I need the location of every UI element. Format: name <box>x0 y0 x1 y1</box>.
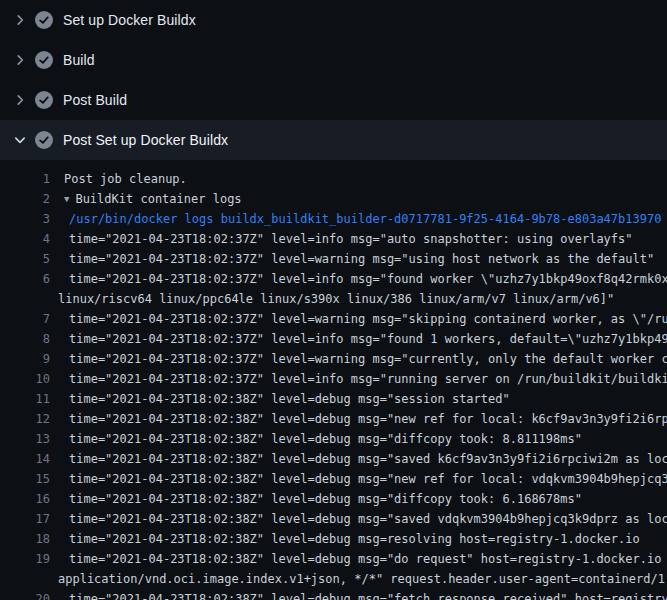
log-line-text: time="2021-04-23T18:02:38Z" level=debug … <box>50 509 667 529</box>
log-line: 12 time="2021-04-23T18:02:38Z" level=deb… <box>0 409 667 429</box>
log-line: 17 time="2021-04-23T18:02:38Z" level=deb… <box>0 509 667 529</box>
log-line-number[interactable]: 10 <box>0 369 50 389</box>
log-line-number[interactable]: 19 <box>0 549 50 569</box>
log-line-text: time="2021-04-23T18:02:37Z" level=warnin… <box>50 349 667 369</box>
step-row-build[interactable]: Build <box>0 40 667 80</box>
log-line-text: time="2021-04-23T18:02:38Z" level=debug … <box>50 469 667 489</box>
step-title: Post Build <box>63 92 127 108</box>
check-circle-icon <box>35 131 53 149</box>
log-line-text: time="2021-04-23T18:02:38Z" level=debug … <box>50 589 667 600</box>
step-title: Set up Docker Buildx <box>63 12 196 28</box>
log-line-number[interactable]: 17 <box>0 509 50 529</box>
log-line-number[interactable]: 7 <box>0 309 50 329</box>
log-line-number[interactable]: 15 <box>0 469 50 489</box>
log-line: 20 time="2021-04-23T18:02:38Z" level=deb… <box>0 589 667 600</box>
log-line: 13 time="2021-04-23T18:02:38Z" level=deb… <box>0 429 667 449</box>
log-line-number[interactable]: 8 <box>0 329 50 349</box>
log-line-text: /usr/bin/docker logs buildx_buildkit_bui… <box>50 209 661 229</box>
log-line-text: time="2021-04-23T18:02:38Z" level=debug … <box>50 489 582 509</box>
log-line-text: time="2021-04-23T18:02:37Z" level=info m… <box>50 329 667 349</box>
log-line-number[interactable]: 12 <box>0 409 50 429</box>
log-line-text: time="2021-04-23T18:02:37Z" level=info m… <box>50 369 667 389</box>
log-line-text: time="2021-04-23T18:02:37Z" level=info m… <box>50 229 633 249</box>
log-line-number[interactable]: 6 <box>0 269 50 289</box>
log-line-number[interactable]: 9 <box>0 349 50 369</box>
log-line-number[interactable]: 16 <box>0 489 50 509</box>
log-line: 16 time="2021-04-23T18:02:38Z" level=deb… <box>0 489 667 509</box>
log-line-number[interactable]: 14 <box>0 449 50 469</box>
chevron-right-icon <box>12 52 28 68</box>
log-line: 11 time="2021-04-23T18:02:38Z" level=deb… <box>0 389 667 409</box>
log-line-text: time="2021-04-23T18:02:37Z" level=warnin… <box>50 249 654 269</box>
log-line: 4 time="2021-04-23T18:02:37Z" level=info… <box>0 229 667 249</box>
log-line-number[interactable]: 4 <box>0 229 50 249</box>
chevron-right-icon <box>12 12 28 28</box>
log-line-text: time="2021-04-23T18:02:38Z" level=debug … <box>50 549 667 569</box>
step-list: Set up Docker Buildx Build Post Build Po… <box>0 0 667 160</box>
log-line-text: Post job cleanup. <box>50 169 187 189</box>
log-line-number[interactable] <box>0 569 50 589</box>
log-line-number[interactable]: 13 <box>0 429 50 449</box>
check-circle-icon <box>35 11 53 29</box>
log-line: 8 time="2021-04-23T18:02:37Z" level=info… <box>0 329 667 349</box>
log-line-number[interactable]: 5 <box>0 249 50 269</box>
log-line-text: ▼BuildKit container logs <box>50 189 242 209</box>
step-row-setup-docker-buildx[interactable]: Set up Docker Buildx <box>0 0 667 40</box>
log-line: 6 time="2021-04-23T18:02:37Z" level=info… <box>0 269 667 289</box>
log-line-text: time="2021-04-23T18:02:38Z" level=debug … <box>50 529 640 549</box>
log-line: 10 time="2021-04-23T18:02:37Z" level=inf… <box>0 369 667 389</box>
log-line-number[interactable]: 18 <box>0 529 50 549</box>
chevron-down-icon <box>12 132 28 148</box>
log-line-text: time="2021-04-23T18:02:37Z" level=warnin… <box>50 309 667 329</box>
chevron-right-icon <box>12 92 28 108</box>
check-circle-icon <box>35 51 53 69</box>
log-line: 1 Post job cleanup. <box>0 169 667 189</box>
log-line: 7 time="2021-04-23T18:02:37Z" level=warn… <box>0 309 667 329</box>
step-row-post-build[interactable]: Post Build <box>0 80 667 120</box>
log-line: 19 time="2021-04-23T18:02:38Z" level=deb… <box>0 549 667 569</box>
log-line-text: time="2021-04-23T18:02:38Z" level=debug … <box>50 449 667 469</box>
log-line-number[interactable]: 1 <box>0 169 50 189</box>
triangle-down-icon[interactable]: ▼ <box>64 189 69 209</box>
log-line-number[interactable]: 2 <box>0 189 50 209</box>
log-line: 14 time="2021-04-23T18:02:38Z" level=deb… <box>0 449 667 469</box>
check-circle-icon <box>35 91 53 109</box>
log-line: 2 ▼BuildKit container logs <box>0 189 667 209</box>
log-line: 9 time="2021-04-23T18:02:37Z" level=warn… <box>0 349 667 369</box>
log-line-number[interactable]: 3 <box>0 209 50 229</box>
log-line: 3 /usr/bin/docker logs buildx_buildkit_b… <box>0 209 667 229</box>
log-line: 15 time="2021-04-23T18:02:38Z" level=deb… <box>0 469 667 489</box>
log-line-number[interactable]: 11 <box>0 389 50 409</box>
log-line: 5 time="2021-04-23T18:02:37Z" level=warn… <box>0 249 667 269</box>
log-line-text: time="2021-04-23T18:02:38Z" level=debug … <box>50 389 510 409</box>
step-row-post-setup-docker-buildx[interactable]: Post Set up Docker Buildx <box>0 120 667 160</box>
step-title: Post Set up Docker Buildx <box>63 132 228 148</box>
step-title: Build <box>63 52 95 68</box>
log-line-text: linux/riscv64 linux/ppc64le linux/s390x … <box>50 289 614 309</box>
log-line-text: time="2021-04-23T18:02:38Z" level=debug … <box>50 429 582 449</box>
log-line: application/vnd.oci.image.index.v1+json,… <box>0 569 667 589</box>
log-line-number[interactable] <box>0 289 50 309</box>
log-line-text: time="2021-04-23T18:02:38Z" level=debug … <box>50 409 667 429</box>
log-area: 1 Post job cleanup. 2 ▼BuildKit containe… <box>0 160 667 600</box>
log-line-number[interactable]: 20 <box>0 589 50 600</box>
log-line: 18 time="2021-04-23T18:02:38Z" level=deb… <box>0 529 667 549</box>
log-line: linux/riscv64 linux/ppc64le linux/s390x … <box>0 289 667 309</box>
log-line-text: application/vnd.oci.image.index.v1+json,… <box>50 569 667 589</box>
log-line-text: time="2021-04-23T18:02:37Z" level=info m… <box>50 269 667 289</box>
